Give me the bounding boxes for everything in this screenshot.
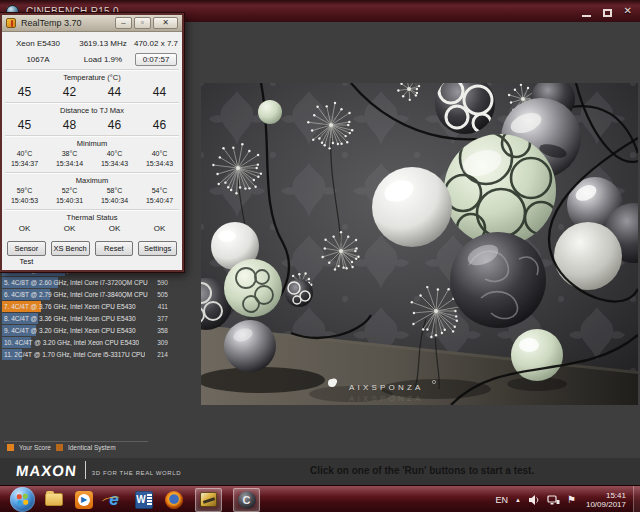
sphere-white-glossy bbox=[372, 167, 452, 247]
internet-explorer-icon[interactable]: e bbox=[104, 490, 124, 510]
volume-icon[interactable] bbox=[528, 494, 540, 506]
identical-system-label: Identical System bbox=[68, 444, 116, 451]
separator bbox=[5, 209, 179, 211]
firefox-icon[interactable] bbox=[164, 490, 184, 510]
hidden-icons-chevron[interactable]: ▲ bbox=[515, 497, 521, 503]
render-credit-text: AIXSPONZA bbox=[349, 383, 424, 392]
clock[interactable]: 15:41 10/09/2017 bbox=[586, 491, 626, 509]
separator bbox=[5, 172, 179, 174]
ranking-row[interactable]: 5. 4C/8T @ 2.60 GHz, Intel Core i7-3720Q… bbox=[0, 277, 192, 289]
maximize-icon[interactable] bbox=[603, 9, 612, 17]
maxon-logo: MAXON 3D FOR THE REAL WORLD bbox=[16, 461, 181, 479]
minimize-icon[interactable] bbox=[582, 15, 591, 17]
ranking-row[interactable]: 11. 2C/4T @ 1.70 GHz, Intel Core i5-3317… bbox=[0, 349, 192, 361]
realtemp-window-title: RealTemp 3.70 bbox=[21, 18, 113, 28]
explorer-icon[interactable] bbox=[44, 490, 64, 510]
ranking-row-your-score[interactable]: 7. 4C/4T @ 3.76 GHz, Intel Xeon CPU E543… bbox=[0, 301, 192, 313]
bottom-band: MAXON 3D FOR THE REAL WORLD Click on one… bbox=[0, 458, 640, 485]
your-score-swatch bbox=[7, 444, 14, 451]
cpu-multiplier: 470.02 x 7.7 bbox=[132, 39, 180, 48]
render-preview: AIXSPONZA AIXSPONZA bbox=[201, 83, 638, 405]
realtemp-icon bbox=[200, 492, 217, 507]
your-score-label: Your Score bbox=[19, 444, 51, 451]
action-center-flag-icon[interactable]: ⚑ bbox=[567, 495, 576, 505]
date: 10/09/2017 bbox=[586, 500, 626, 509]
sphere-white-matte-right bbox=[554, 222, 622, 290]
desktop: CINEBENCH R15.0 ✕ bbox=[0, 0, 640, 512]
language-indicator[interactable]: EN bbox=[496, 495, 509, 505]
start-button[interactable] bbox=[10, 487, 35, 512]
cinebench-taskbar-button[interactable]: C bbox=[233, 488, 260, 512]
ranking-row[interactable]: 10. 4C/4T @ 3.20 GHz, Intel Xeon CPU E54… bbox=[0, 337, 192, 349]
bench-timer-button[interactable]: 0:07:57 bbox=[135, 53, 177, 66]
maxon-divider bbox=[85, 461, 86, 479]
minimum-temps: 40°C 38°C 40°C 40°C bbox=[2, 150, 182, 160]
reset-button[interactable]: Reset bbox=[95, 241, 134, 256]
sphere-damask-dark bbox=[450, 232, 546, 328]
thermal-status-label: Thermal Status bbox=[2, 213, 182, 224]
close-icon[interactable]: ✕ bbox=[624, 3, 632, 19]
maximum-temps: 59°C 52°C 58°C 54°C bbox=[2, 187, 182, 197]
word-icon[interactable]: W bbox=[135, 491, 153, 509]
cpu-name: Xeon E5430 bbox=[2, 39, 74, 48]
network-icon[interactable] bbox=[547, 494, 560, 506]
score-legend: Your Score Identical System bbox=[7, 444, 116, 451]
taskbar: ▶ e W C EN ▲ ⚑ 15:41 10/09/2017 bbox=[0, 485, 640, 512]
realtemp-window: RealTemp 3.70 – ▫ ✕ Xeon E5430 3619.13 M… bbox=[0, 13, 184, 272]
close-icon[interactable]: ✕ bbox=[153, 17, 178, 29]
cinema4d-icon: C bbox=[238, 491, 256, 509]
maximum-section-label: Maximum bbox=[2, 176, 182, 187]
cpuid-value: 1067A bbox=[2, 55, 74, 64]
maxon-wordmark: MAXON bbox=[15, 462, 78, 479]
identical-system-swatch bbox=[56, 444, 63, 451]
time: 15:41 bbox=[586, 491, 626, 500]
temperature-section-label: Temperature (°C) bbox=[2, 73, 182, 84]
sphere-green-small-topleft bbox=[258, 100, 282, 124]
sensor-test-button[interactable]: Sensor Test bbox=[7, 241, 46, 256]
windows-logo-icon bbox=[17, 494, 29, 506]
separator bbox=[5, 135, 179, 137]
ranking-row[interactable]: 6. 4C/8T @ 2.79 GHz, Intel Core i7-3840Q… bbox=[0, 289, 192, 301]
realtemp-app-icon bbox=[6, 18, 16, 28]
system-tray: EN ▲ ⚑ 15:41 10/09/2017 bbox=[496, 486, 626, 512]
cpu-frequency: 3619.13 MHz bbox=[74, 39, 132, 48]
maxon-tagline: 3D FOR THE REAL WORLD bbox=[92, 470, 181, 476]
temperature-values: 45 42 44 44 bbox=[2, 85, 182, 101]
render-scene: AIXSPONZA AIXSPONZA bbox=[201, 83, 638, 405]
xs-bench-button[interactable]: XS Bench bbox=[51, 241, 90, 256]
cpu-load: Load 1.9% bbox=[74, 55, 132, 64]
ranking-row[interactable]: 8. 4C/4T @ 3.36 GHz, Intel Xeon CPU E543… bbox=[0, 313, 192, 325]
minimize-icon[interactable]: – bbox=[115, 17, 132, 29]
realtemp-taskbar-button[interactable] bbox=[195, 488, 222, 512]
render-credit-reflection: AIXSPONZA bbox=[349, 394, 424, 403]
minimum-times: 15:34:37 15:34:14 15:34:43 15:34:43 bbox=[2, 160, 182, 171]
status-hint: Click on one of the 'Run' buttons to sta… bbox=[310, 465, 534, 476]
distance-values: 45 48 46 46 bbox=[2, 118, 182, 134]
realtemp-client: Xeon E5430 3619.13 MHz 470.02 x 7.7 1067… bbox=[2, 32, 182, 256]
realtemp-titlebar[interactable]: RealTemp 3.70 – ▫ ✕ bbox=[2, 15, 182, 32]
thermal-status-values: OK OK OK OK bbox=[2, 224, 182, 236]
legend-separator bbox=[4, 441, 148, 442]
maximize-icon[interactable]: ▫ bbox=[134, 17, 151, 29]
distance-section-label: Distance to TJ Max bbox=[2, 106, 182, 117]
ranking-row[interactable]: 9. 4C/4T @ 3.20 GHz, Intel Xeon CPU E543… bbox=[0, 325, 192, 337]
minimum-section-label: Minimum bbox=[2, 139, 182, 150]
maximum-times: 15:40:53 15:40:31 15:40:34 15:40:47 bbox=[2, 197, 182, 208]
separator bbox=[5, 102, 179, 104]
separator bbox=[5, 69, 179, 71]
media-player-icon[interactable]: ▶ bbox=[75, 491, 93, 509]
settings-button[interactable]: Settings bbox=[138, 241, 177, 256]
show-desktop-button[interactable] bbox=[633, 486, 640, 512]
